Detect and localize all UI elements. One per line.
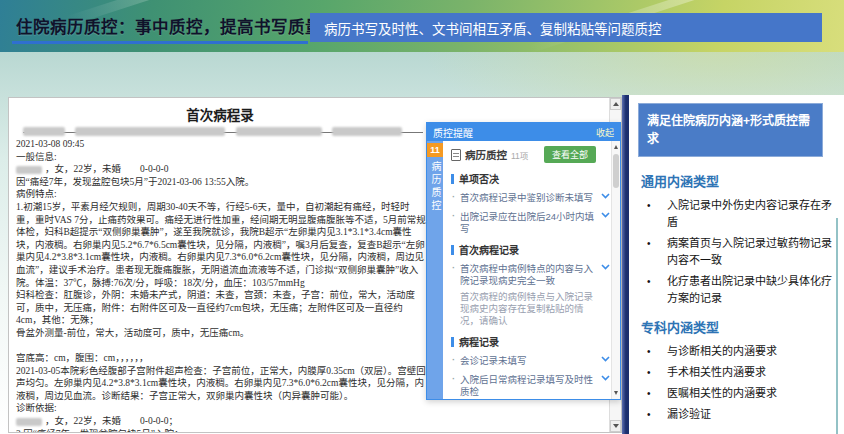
doc-line: 1.初潮15岁，平素月经欠规则，周期30-40天不等，行经5-6天，量中，自初潮…: [16, 201, 428, 289]
page-title: 住院病历质控：事中质控，提高书写质量: [16, 14, 322, 38]
qc-item[interactable]: 会诊记录未填写: [443, 352, 620, 370]
qc-panel-header: 质控提醒 收起: [427, 123, 620, 141]
qc-section-title-text: 首次病程记录: [459, 242, 519, 257]
qc-panel-body: 11 病历质控 病历质控 11项 查看全部 单项否决 首次病程记录中鉴别诊断未填…: [427, 141, 620, 399]
qc-section-title-text: 单项否决: [459, 171, 499, 186]
doc-line: 一般信息:: [16, 151, 428, 164]
subtitle-text: 病历书写及时性、文书间相互矛盾、复制粘贴等问题质控: [324, 18, 662, 38]
qc-item[interactable]: 首次病程中病例特点的内容与入院记录现病史完全一致: [443, 260, 620, 290]
chevron-down-icon[interactable]: [601, 356, 610, 362]
collapse-button[interactable]: 收起: [596, 126, 614, 139]
qc-panel-title: 质控提醒: [433, 125, 473, 140]
redacted-text: [16, 166, 42, 174]
summary-panel-header: 满足住院病历内涵+形式质控需求: [638, 103, 823, 157]
summary-panel-title: 满足住院病历内涵+形式质控需求: [647, 112, 814, 148]
list-item: 漏诊验证: [635, 406, 835, 427]
scroll-down-button[interactable]: [610, 420, 621, 432]
qc-section-title-text: 病程记录: [459, 334, 499, 349]
chevron-down-icon[interactable]: [601, 212, 610, 218]
slide: 住院病历质控：事中质控，提高书写质量 病历书写及时性、文书间相互矛盾、复制粘贴等…: [0, 0, 844, 434]
qc-item[interactable]: 出院记录应在出院后24小时内填写: [443, 208, 620, 238]
redacted-text: [16, 418, 42, 426]
view-all-button[interactable]: 查看全部: [544, 146, 596, 163]
section-bar: [451, 245, 454, 255]
list-item: 化疗患者出院记录中缺少具体化疗方案的记录: [635, 273, 835, 311]
doc-line: 因“痛经7年，发现盆腔包块5月”于2021-03-06 13:55入院。: [16, 176, 428, 189]
summary-list: 与诊断相关的内涵要求 手术相关性内涵要求 医嘱相关性的内涵要求 漏诊验证: [635, 343, 835, 427]
qc-item-text: 入院后日常病程记录填写及时性质检: [460, 374, 593, 397]
redacted-text: [236, 127, 322, 136]
qc-content: 病历质控 11项 查看全部 单项否决 首次病程记录中鉴别诊断未填写 出院记录应在…: [443, 141, 620, 399]
qc-section-title: 首次病程记录: [451, 242, 620, 257]
redacted-text: [23, 127, 65, 136]
qc-section-title: 病程记录: [451, 334, 620, 349]
qc-item-text: 出院记录应在出院后24小时内填写: [460, 211, 594, 234]
qc-item-count: 11项: [511, 149, 528, 161]
doc-line-text: ，女，22岁，未婚 0-0-0-0: [45, 164, 169, 174]
doc-line: ，女，22岁，未婚 0-0-0-0: [16, 163, 428, 176]
summary-list: 入院记录中外伤史内容记录存在矛盾 病案首页与入院记录过敏药物记录内容不一致 化疗…: [635, 197, 835, 311]
doc-line: ，女，22岁，未婚 0-0-0-0；: [16, 415, 428, 428]
scroll-up-button[interactable]: [612, 142, 620, 152]
triangle-up-icon: [613, 102, 619, 106]
list-item: 与诊断相关的内涵要求: [635, 343, 835, 364]
title-underline: [12, 41, 308, 44]
chevron-down-icon[interactable]: [601, 375, 610, 381]
document-icon: [451, 149, 461, 161]
scroll-down-button[interactable]: [612, 388, 620, 398]
doc-line: 宫底高：cm，腹围：cm，，，，，，: [16, 352, 428, 365]
qc-scrollbar[interactable]: [611, 141, 620, 399]
summary-panel: 满足住院病历内涵+形式质控需求 通用内涵类型 入院记录中外伤史内容记录存在矛盾 …: [629, 95, 844, 434]
doc-line: 妇科检查：肛腹诊，外阴：未婚未产式，阴道：未查，宫颈：未查，子宫：前位，常大，活…: [16, 289, 428, 327]
teal-accent-line: [836, 218, 838, 434]
doc-line: 骨盆外测量-前位，常大，活动度可，质中，无压痛cm。: [16, 327, 428, 340]
doc-line: [16, 340, 428, 353]
triangle-down-icon: [613, 424, 619, 428]
list-item: 病案首页与入院记录过敏药物记录内容不一致: [635, 235, 835, 273]
chevron-down-icon[interactable]: [601, 193, 610, 199]
redacted-text: [75, 127, 225, 136]
summary-section-heading: 通用内涵类型: [641, 171, 835, 190]
section-bar: [451, 174, 454, 184]
qc-item[interactable]: 入院后日常病程记录填写及时性质检: [443, 371, 620, 399]
qc-tab-label: 病历质控: [427, 161, 443, 213]
qc-item[interactable]: 首次病程记录中鉴别诊断未填写: [443, 189, 620, 207]
qc-side-tab[interactable]: 11 病历质控: [427, 141, 443, 399]
chevron-down-icon[interactable]: [601, 264, 610, 270]
qc-list-header: 病历质控 11项 查看全部: [443, 141, 620, 167]
list-item: 手术相关性内涵要求: [635, 364, 835, 385]
scrollbar-thumb[interactable]: [613, 154, 619, 188]
qc-list-title: 病历质控: [465, 147, 507, 162]
qc-reminder-panel: 质控提醒 收起 11 病历质控 病历质控 11项 查看全部 单项否决: [426, 122, 621, 400]
doc-line: 病例特点:: [16, 188, 428, 201]
doc-line: 2.因“痛经7年，发现盆腔包块5月”入院；: [16, 428, 428, 433]
doc-line: 诊断依据:: [16, 402, 428, 415]
qc-item-text: 首次病程中病例特点的内容与入院记录现病史完全一致: [460, 263, 593, 286]
qc-item-detail: 首次病程的病例特点与入院记录现病史内容存在复制粘贴的情况，请确认: [443, 291, 620, 330]
redacted-text: [332, 127, 402, 136]
qc-section-title: 单项否决: [451, 171, 620, 186]
scroll-up-button[interactable]: [610, 98, 621, 110]
list-item: 入院记录中外伤史内容记录存在矛盾: [635, 197, 835, 235]
summary-section-heading: 专科内涵类型: [641, 317, 835, 336]
list-item: 医嘱相关性的内涵要求: [635, 385, 835, 406]
triangle-down-icon: [614, 391, 618, 395]
count-badge: 11: [427, 143, 443, 157]
document-body: 2021-03-08 09:45 一般信息: ，女，22岁，未婚 0-0-0-0…: [16, 138, 428, 433]
redacted-header-line: [23, 121, 423, 133]
doc-line: 2021-03-08 09:45: [16, 138, 428, 151]
vertical-divider: [622, 95, 629, 434]
qc-item-text: 会诊记录未填写: [460, 355, 527, 366]
section-bar: [451, 337, 454, 347]
triangle-up-icon: [614, 145, 618, 149]
doc-line-text: ，女，22岁，未婚 0-0-0-0；: [45, 416, 178, 426]
subtitle-banner: 病历书写及时性、文书间相互矛盾、复制粘贴等问题质控: [310, 13, 822, 42]
qc-item-text: 首次病程记录中鉴别诊断未填写: [460, 192, 593, 203]
summary-panel-content: 通用内涵类型 入院记录中外伤史内容记录存在矛盾 病案首页与入院记录过敏药物记录内…: [635, 165, 835, 427]
doc-line: 2021-03-05本院彩色经腹部子宫附件超声检查：子宫前位，正常大，内膜厚0.…: [16, 365, 428, 403]
